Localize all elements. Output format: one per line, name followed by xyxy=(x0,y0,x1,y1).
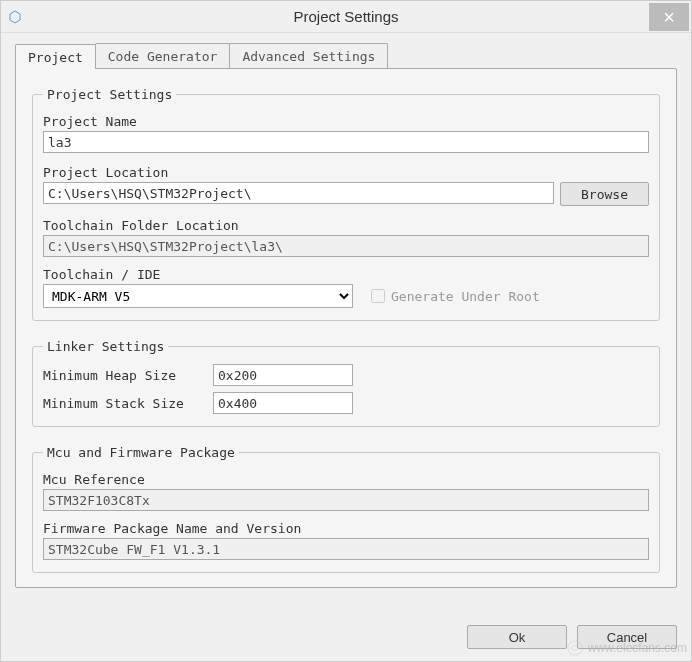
cancel-button[interactable]: Cancel xyxy=(577,625,677,649)
browse-button[interactable]: Browse xyxy=(560,182,649,206)
heap-size-input[interactable] xyxy=(213,364,353,386)
linker-settings-legend: Linker Settings xyxy=(43,339,168,354)
tab-project[interactable]: Project xyxy=(15,44,96,69)
project-name-label: Project Name xyxy=(43,114,649,129)
toolchain-ide-select[interactable]: MDK-ARM V5 xyxy=(43,284,353,308)
toolchain-folder-label: Toolchain Folder Location xyxy=(43,218,649,233)
firmware-package-label: Firmware Package Name and Version xyxy=(43,521,649,536)
project-settings-window: Project Settings × Project Code Generato… xyxy=(0,0,692,662)
generate-under-root-checkbox[interactable]: Generate Under Root xyxy=(371,289,540,304)
generate-under-root-label: Generate Under Root xyxy=(391,289,540,304)
tab-strip: Project Code Generator Advanced Settings xyxy=(15,43,677,68)
close-button[interactable]: × xyxy=(649,3,689,31)
linker-settings-group: Linker Settings Minimum Heap Size Minimu… xyxy=(32,339,660,427)
titlebar: Project Settings × xyxy=(1,1,691,33)
window-title: Project Settings xyxy=(293,8,398,25)
tab-code-generator[interactable]: Code Generator xyxy=(95,43,231,68)
project-name-input[interactable] xyxy=(43,131,649,153)
dialog-button-row: Ok Cancel xyxy=(1,615,691,661)
app-icon xyxy=(7,9,23,25)
mcu-reference-label: Mcu Reference xyxy=(43,472,649,487)
toolchain-folder-input xyxy=(43,235,649,257)
tab-panel-project: Project Settings Project Name Project Lo… xyxy=(15,68,677,588)
stack-size-input[interactable] xyxy=(213,392,353,414)
stack-size-label: Minimum Stack Size xyxy=(43,396,193,411)
mcu-reference-input xyxy=(43,489,649,511)
project-settings-group: Project Settings Project Name Project Lo… xyxy=(32,87,660,321)
tab-advanced-settings[interactable]: Advanced Settings xyxy=(229,43,388,68)
mcu-firmware-legend: Mcu and Firmware Package xyxy=(43,445,239,460)
firmware-package-input xyxy=(43,538,649,560)
heap-size-label: Minimum Heap Size xyxy=(43,368,193,383)
toolchain-ide-label: Toolchain / IDE xyxy=(43,267,649,282)
ok-button[interactable]: Ok xyxy=(467,625,567,649)
project-settings-legend: Project Settings xyxy=(43,87,176,102)
project-location-label: Project Location xyxy=(43,165,649,180)
project-location-input[interactable] xyxy=(43,182,554,204)
content-area: Project Code Generator Advanced Settings… xyxy=(1,33,691,615)
generate-under-root-input[interactable] xyxy=(371,289,385,303)
mcu-firmware-group: Mcu and Firmware Package Mcu Reference F… xyxy=(32,445,660,573)
